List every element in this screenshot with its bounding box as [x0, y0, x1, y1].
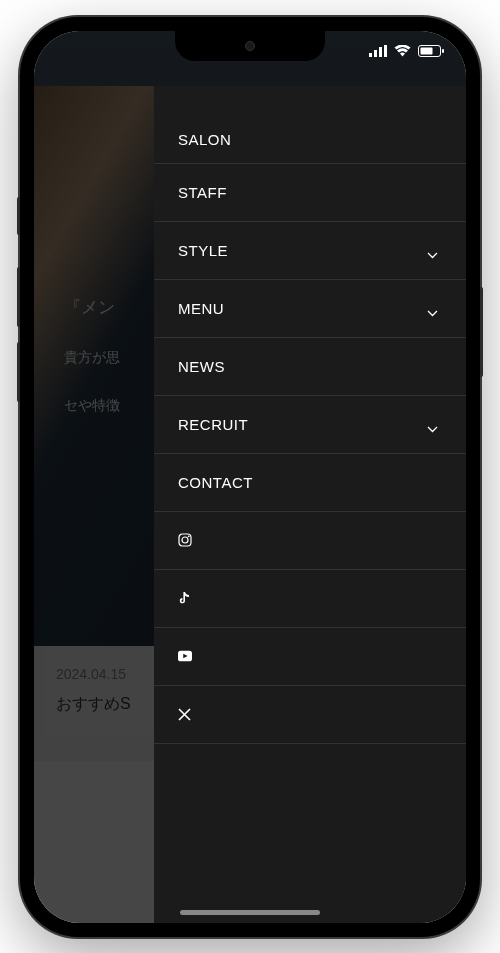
status-bar [369, 45, 444, 57]
menu-label: NEWS [178, 358, 225, 375]
menu-label: MENU [178, 300, 224, 317]
chevron-down-icon [427, 245, 438, 256]
menu-item-staff[interactable]: STAFF [154, 164, 466, 222]
svg-rect-2 [379, 47, 382, 57]
notch [175, 31, 325, 61]
menu-label: SALON [178, 131, 231, 148]
svg-rect-0 [369, 53, 372, 57]
menu-item-instagram[interactable] [154, 512, 466, 570]
svg-point-8 [182, 537, 188, 543]
instagram-icon [178, 533, 192, 547]
x-icon [178, 707, 192, 721]
screen: 『メン 貴方が思 セや特徴 2024.04.15 おすすめS 時 手 人気は中 … [34, 31, 466, 923]
svg-point-9 [188, 535, 190, 537]
chevron-down-icon [427, 303, 438, 314]
svg-rect-6 [442, 49, 444, 53]
home-indicator[interactable] [180, 910, 320, 915]
menu-label: STYLE [178, 242, 228, 259]
menu-label: CONTACT [178, 474, 253, 491]
front-camera [245, 41, 255, 51]
battery-icon [418, 45, 444, 57]
volume-up-button [17, 267, 20, 327]
power-button [480, 287, 483, 377]
volume-down-button [17, 342, 20, 402]
menu-item-x[interactable] [154, 686, 466, 744]
mute-switch [17, 197, 20, 235]
svg-rect-5 [421, 47, 433, 54]
menu-label: RECRUIT [178, 416, 248, 433]
menu-item-menu[interactable]: MENU [154, 280, 466, 338]
svg-rect-3 [384, 45, 387, 57]
wifi-icon [394, 45, 411, 57]
phone-frame: 『メン 貴方が思 セや特徴 2024.04.15 おすすめS 時 手 人気は中 … [20, 17, 480, 937]
menu-item-tiktok[interactable] [154, 570, 466, 628]
menu-item-contact[interactable]: CONTACT [154, 454, 466, 512]
nav-menu-panel: SALON STAFF STYLE MENU NEWS RECR [154, 86, 466, 923]
menu-item-news[interactable]: NEWS [154, 338, 466, 396]
menu-item-style[interactable]: STYLE [154, 222, 466, 280]
youtube-icon [178, 649, 192, 663]
cellular-signal-icon [369, 45, 387, 57]
chevron-down-icon [427, 419, 438, 430]
menu-item-salon[interactable]: SALON [154, 86, 466, 164]
menu-item-youtube[interactable] [154, 628, 466, 686]
svg-rect-1 [374, 50, 377, 57]
tiktok-icon [178, 591, 192, 605]
menu-label: STAFF [178, 184, 227, 201]
menu-item-recruit[interactable]: RECRUIT [154, 396, 466, 454]
